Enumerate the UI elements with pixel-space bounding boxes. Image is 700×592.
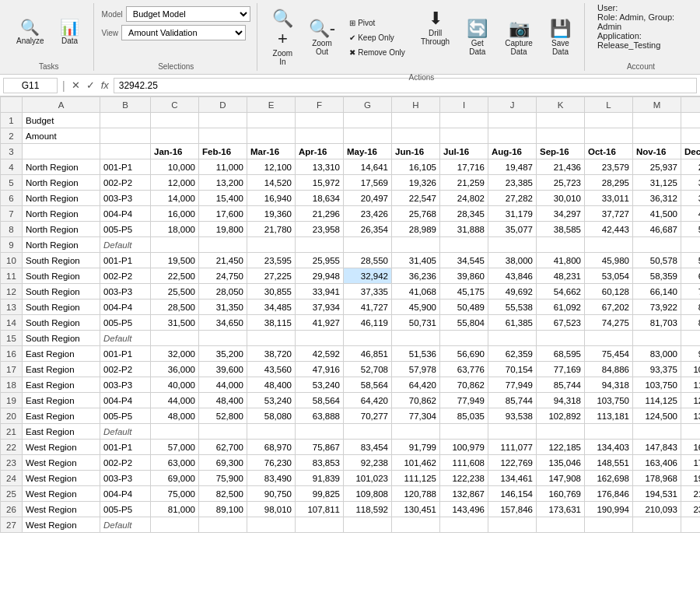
col-header-i[interactable]: I <box>440 97 488 113</box>
cell[interactable]: 21,450 <box>199 253 247 268</box>
function-icon[interactable]: fx <box>100 79 110 91</box>
cell[interactable]: 101,462 <box>392 455 440 471</box>
cell[interactable]: 68,970 <box>247 440 296 455</box>
cell[interactable]: 136,950 <box>681 408 701 424</box>
cell[interactable]: 005-P5 <box>100 408 151 424</box>
cell[interactable]: 135,046 <box>537 455 585 471</box>
cell[interactable]: 58,080 <box>247 408 296 424</box>
cell[interactable]: 157,846 <box>488 502 537 517</box>
cell[interactable]: 41,500 <box>633 206 681 222</box>
cell[interactable]: 17,569 <box>344 175 392 191</box>
cell[interactable]: Default <box>100 331 151 346</box>
cell[interactable]: 196,865 <box>681 471 701 486</box>
cell[interactable]: 001-P1 <box>100 440 151 455</box>
cell[interactable]: North Region <box>23 191 100 206</box>
formula-input[interactable] <box>114 78 697 93</box>
cell[interactable] <box>247 517 296 533</box>
cell[interactable]: 003-P3 <box>100 284 151 300</box>
cell[interactable]: 003-P3 <box>100 191 151 206</box>
cell[interactable]: 34,297 <box>537 206 585 222</box>
cell[interactable]: 77,304 <box>392 408 440 424</box>
cell[interactable]: 001-P1 <box>100 346 151 362</box>
cell[interactable]: South Region <box>23 315 100 331</box>
cell[interactable]: 52,708 <box>344 362 392 377</box>
save-data-button[interactable]: 💾 Save Data <box>543 13 578 61</box>
cell[interactable]: 13,200 <box>199 175 247 191</box>
cell[interactable] <box>392 424 440 440</box>
col-header-k[interactable]: K <box>537 97 585 113</box>
cell[interactable]: 70,154 <box>488 362 537 377</box>
cell[interactable] <box>633 237 681 253</box>
cell[interactable]: 213,984 <box>681 486 701 502</box>
cell[interactable]: North Region <box>23 237 100 253</box>
cell[interactable]: 111,077 <box>488 440 537 455</box>
cell[interactable]: 49,692 <box>488 284 537 300</box>
cell[interactable] <box>537 424 585 440</box>
cell[interactable]: 210,093 <box>633 502 681 517</box>
cell[interactable]: 002-P2 <box>100 455 151 471</box>
cell[interactable] <box>151 331 199 346</box>
cell[interactable]: 36,236 <box>392 268 440 284</box>
cell[interactable]: Oct-16 <box>585 144 633 159</box>
cell[interactable]: May-16 <box>344 144 392 159</box>
spreadsheet-container[interactable]: A B C D E F G H I J K L M N 1Budget2Amou… <box>0 96 700 584</box>
cell[interactable]: 31,888 <box>440 222 488 237</box>
cell[interactable]: 90,750 <box>247 486 296 502</box>
cell[interactable] <box>344 331 392 346</box>
cell[interactable]: 63,888 <box>296 408 344 424</box>
cell[interactable]: 44,000 <box>199 377 247 393</box>
cell[interactable] <box>488 331 537 346</box>
cell[interactable]: 73,922 <box>633 300 681 315</box>
cell[interactable]: 84,886 <box>585 362 633 377</box>
col-header-f[interactable]: F <box>296 97 344 113</box>
col-header-b[interactable]: B <box>100 97 151 113</box>
cell[interactable]: 58,564 <box>296 393 344 408</box>
cell[interactable] <box>440 237 488 253</box>
cell[interactable]: 48,231 <box>537 268 585 284</box>
cell[interactable]: 58,564 <box>344 377 392 393</box>
cell[interactable]: 91,799 <box>392 440 440 455</box>
cell[interactable] <box>488 424 537 440</box>
cell[interactable]: 004-P4 <box>100 206 151 222</box>
cell[interactable]: Nov-16 <box>633 144 681 159</box>
cell[interactable]: 19,360 <box>247 206 296 222</box>
cell[interactable]: 103,750 <box>585 393 633 408</box>
cell[interactable]: 002-P2 <box>100 175 151 191</box>
cell[interactable]: 19,500 <box>151 253 199 268</box>
cell[interactable]: 89,873 <box>681 315 701 331</box>
cell[interactable] <box>247 331 296 346</box>
cell[interactable]: 31,500 <box>151 315 199 331</box>
cell[interactable]: 98,010 <box>247 502 296 517</box>
cell[interactable] <box>151 128 199 144</box>
col-header-h[interactable]: H <box>392 97 440 113</box>
cell[interactable]: 57,000 <box>151 440 199 455</box>
cell[interactable] <box>151 237 199 253</box>
cell[interactable]: Default <box>100 424 151 440</box>
cell[interactable]: 28,345 <box>440 206 488 222</box>
remove-only-button[interactable]: ✖ Remove Only <box>344 46 411 59</box>
cell[interactable] <box>247 113 296 128</box>
cell[interactable] <box>440 128 488 144</box>
cell[interactable]: 28,500 <box>151 300 199 315</box>
cell[interactable] <box>247 237 296 253</box>
cell[interactable]: Default <box>100 517 151 533</box>
cell[interactable]: 107,811 <box>296 502 344 517</box>
cell[interactable]: 48,400 <box>199 393 247 408</box>
cell[interactable]: 69,000 <box>151 471 199 486</box>
cell[interactable]: 100,979 <box>440 440 488 455</box>
cell[interactable] <box>344 113 392 128</box>
cell[interactable]: 162,628 <box>681 440 701 455</box>
cell[interactable]: 25,723 <box>537 175 585 191</box>
cell[interactable]: 54,662 <box>537 284 585 300</box>
cell[interactable]: 77,949 <box>488 377 537 393</box>
cell[interactable] <box>585 128 633 144</box>
cell[interactable] <box>633 517 681 533</box>
cell[interactable] <box>488 517 537 533</box>
cell[interactable]: 31,405 <box>392 253 440 268</box>
cell[interactable]: 21,296 <box>296 206 344 222</box>
cell[interactable]: 57,978 <box>392 362 440 377</box>
cell[interactable]: Jan-16 <box>151 144 199 159</box>
cell[interactable]: 25,937 <box>633 159 681 175</box>
confirm-formula-icon[interactable]: ✓ <box>85 79 96 91</box>
cell[interactable]: 51,356 <box>681 222 701 237</box>
